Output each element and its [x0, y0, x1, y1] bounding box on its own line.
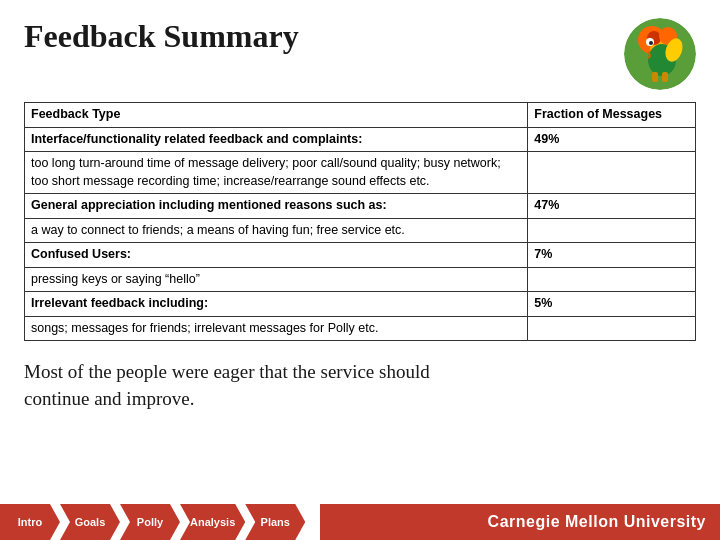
feedback-cell: Irrelevant feedback including:	[25, 292, 528, 317]
fraction-cell: 49%	[528, 127, 696, 152]
fraction-cell	[528, 218, 696, 243]
feedback-cell: Confused Users:	[25, 243, 528, 268]
table-row: Irrelevant feedback including: 5%	[25, 292, 696, 317]
tab-intro[interactable]: Intro	[0, 504, 60, 540]
page-title: Feedback Summary	[24, 18, 299, 55]
feedback-cell: too long turn-around time of message del…	[25, 152, 528, 194]
fraction-cell: 5%	[528, 292, 696, 317]
table-row: too long turn-around time of message del…	[25, 152, 696, 194]
col-feedback-header: Feedback Type	[25, 103, 528, 128]
svg-rect-10	[662, 72, 668, 82]
feedback-cell: General appreciation including mentioned…	[25, 194, 528, 219]
table-row: pressing keys or saying “hello”	[25, 267, 696, 292]
tab-plans[interactable]: Plans	[245, 504, 305, 540]
parrot-svg	[624, 18, 696, 90]
fraction-cell	[528, 267, 696, 292]
feedback-cell: Interface/functionality related feedback…	[25, 127, 528, 152]
table-row: songs; messages for friends; irrelevant …	[25, 316, 696, 341]
table-row: a way to connect to friends; a means of …	[25, 218, 696, 243]
conclusion-text: Most of the people were eager that the s…	[24, 359, 696, 412]
nav-tabs-container: Intro Goals Polly Analysis Plans	[0, 504, 320, 540]
feedback-cell: a way to connect to friends; a means of …	[25, 218, 528, 243]
table-header-row: Feedback Type Fraction of Messages	[25, 103, 696, 128]
table-row: General appreciation including mentioned…	[25, 194, 696, 219]
parrot-image	[624, 18, 696, 90]
cmu-logo-text: Carnegie Mellon University	[488, 513, 706, 531]
fraction-cell: 7%	[528, 243, 696, 268]
cmu-logo-area: Carnegie Mellon University	[320, 504, 720, 540]
tab-polly[interactable]: Polly	[120, 504, 180, 540]
feedback-cell: songs; messages for friends; irrelevant …	[25, 316, 528, 341]
fraction-cell	[528, 152, 696, 194]
table-row: Interface/functionality related feedback…	[25, 127, 696, 152]
fraction-cell: 47%	[528, 194, 696, 219]
navigation-bar: Intro Goals Polly Analysis Plans Carnegi…	[0, 504, 720, 540]
col-fraction-header: Fraction of Messages	[528, 103, 696, 128]
feedback-cell: pressing keys or saying “hello”	[25, 267, 528, 292]
feedback-table: Feedback Type Fraction of Messages Inter…	[24, 102, 696, 341]
svg-point-7	[649, 41, 653, 45]
header-area: Feedback Summary	[24, 18, 696, 90]
tab-goals[interactable]: Goals	[60, 504, 120, 540]
tab-analysis[interactable]: Analysis	[180, 504, 245, 540]
svg-rect-9	[652, 72, 658, 82]
page: Feedback Summary Feedback Type Fr	[0, 0, 720, 540]
table-row: Confused Users: 7%	[25, 243, 696, 268]
fraction-cell	[528, 316, 696, 341]
